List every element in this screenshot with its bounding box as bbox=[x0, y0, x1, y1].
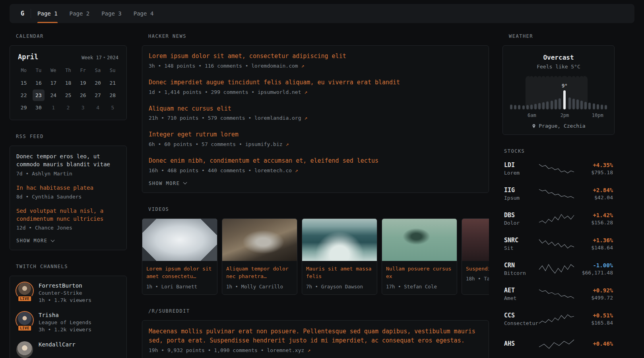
rss-show-more-label: SHOW MORE bbox=[16, 238, 48, 243]
channel-name[interactable]: Trisha bbox=[39, 312, 91, 318]
calendar-day[interactable]: 16 bbox=[33, 77, 45, 89]
external-link-icon: ↗ bbox=[295, 167, 298, 173]
tab-page-1[interactable]: Page 1 bbox=[37, 4, 58, 23]
rss-item-title[interactable]: In hac habitasse platea bbox=[16, 184, 120, 192]
hn-item-stats: 16h • 468 points • 440 comments • bbox=[149, 167, 254, 173]
subreddit-post-meta: 19h • 9,932 points • 1,090 comments • lo… bbox=[149, 347, 482, 353]
calendar-day[interactable]: 20 bbox=[92, 77, 104, 89]
stock-company: Lorem bbox=[504, 170, 534, 176]
calendar-day[interactable]: 28 bbox=[107, 90, 118, 101]
hn-show-more-button[interactable]: SHOW MORE bbox=[149, 181, 186, 186]
calendar-dow: Su bbox=[107, 65, 118, 76]
tab-page-2[interactable]: Page 2 bbox=[70, 4, 90, 23]
calendar-day[interactable]: 29 bbox=[18, 102, 30, 113]
video-card[interactable]: Suspendisse diam 18h • Tara bbox=[462, 218, 489, 295]
calendar-day[interactable]: 27 bbox=[92, 90, 104, 101]
calendar-day-next-month[interactable]: 5 bbox=[107, 102, 118, 113]
video-title[interactable]: Mauris sit amet massa felis bbox=[306, 265, 373, 280]
stock-row[interactable]: LDI Lorem +4.35% $795.18 bbox=[502, 160, 615, 177]
calendar-day-selected[interactable]: 23 bbox=[33, 90, 45, 101]
subreddit-post-title[interactable]: Maecenas mollis pulvinar erat non posuer… bbox=[149, 327, 482, 346]
external-link-icon: ↗ bbox=[304, 89, 307, 95]
calendar-month: April bbox=[18, 53, 38, 61]
stock-row[interactable]: DBS Dolor +1.42% $156.28 bbox=[502, 210, 615, 227]
twitch-widget: TWITCH CHANNELS LIVE ForrestBurton Count… bbox=[10, 264, 127, 358]
video-thumbnail bbox=[142, 219, 217, 261]
stock-ticker: SNRC bbox=[504, 237, 534, 244]
hn-show-more-label: SHOW MORE bbox=[149, 181, 180, 186]
twitch-channel-row[interactable]: KendallCarr bbox=[16, 341, 120, 358]
twitch-channel-row[interactable]: LIVE ForrestBurton Counter-Strike 1h • 1… bbox=[16, 282, 120, 303]
calendar-day-next-month[interactable]: 3 bbox=[77, 102, 89, 113]
app-logo[interactable]: G bbox=[17, 4, 28, 23]
rss-show-more-button[interactable]: SHOW MORE bbox=[16, 238, 54, 243]
rss-item-title[interactable]: Sed volutpat nulla nisl, a condimentum n… bbox=[16, 207, 120, 223]
subreddit-post-stats: 19h • 9,932 points • 1,090 comments • bbox=[149, 347, 267, 353]
calendar-day-next-month[interactable]: 4 bbox=[92, 102, 104, 113]
calendar-day[interactable]: 24 bbox=[47, 90, 59, 101]
weather-column bbox=[513, 76, 517, 109]
weather-bar bbox=[576, 99, 579, 109]
hn-item-title[interactable]: Donec enim nibh, condimentum et accumsan… bbox=[149, 157, 482, 165]
video-title[interactable]: Aliquam tempor dolor nec pharetra… bbox=[226, 265, 293, 280]
video-card[interactable]: Lorem ipsum dolor sit amet consectetu… 1… bbox=[142, 218, 217, 295]
rss-item-title[interactable]: Donec tempor eros leo, ut commodo mauris… bbox=[16, 152, 120, 169]
tab-page-4[interactable]: Page 4 bbox=[134, 4, 154, 23]
hn-item-title[interactable]: Lorem ipsum dolor sit amet, consectetur … bbox=[149, 52, 482, 61]
hn-item-domain[interactable]: loremdomain.com bbox=[251, 63, 298, 69]
hn-item-title[interactable]: Integer eget rutrum lorem bbox=[149, 130, 482, 139]
calendar-day-next-month[interactable]: 2 bbox=[62, 102, 74, 113]
hn-item-title[interactable]: Donec imperdiet augue tincidunt felis al… bbox=[149, 78, 482, 87]
video-meta: 7h • Grayson Dawson bbox=[306, 284, 373, 290]
stock-change: +1.36% bbox=[579, 237, 613, 243]
weather-columns: 9° bbox=[509, 76, 608, 109]
video-title[interactable]: Suspendisse diam bbox=[466, 265, 489, 273]
tab-page-3[interactable]: Page 3 bbox=[101, 4, 122, 23]
weather-widget-title: WEATHER bbox=[502, 33, 615, 39]
hn-item-domain[interactable]: loremlandia.org bbox=[254, 115, 301, 121]
channel-name[interactable]: KendallCarr bbox=[39, 341, 76, 348]
rss-item-meta: 12d • Chance Jones bbox=[16, 225, 120, 231]
video-thumbnail bbox=[382, 219, 457, 261]
calendar-day[interactable]: 25 bbox=[62, 90, 74, 101]
calendar-day[interactable]: 19 bbox=[77, 77, 89, 89]
subreddit-post-domain[interactable]: loremnet.xyz bbox=[267, 347, 304, 353]
calendar-day[interactable]: 30 bbox=[33, 102, 45, 113]
video-card[interactable]: Mauris sit amet massa felis 7h • Grayson… bbox=[302, 218, 377, 295]
hn-item-title[interactable]: Aliquam nec cursus elit bbox=[149, 105, 482, 113]
stock-row[interactable]: IIG Ipsum +2.84% $42.04 bbox=[502, 185, 615, 202]
calendar-year: 2024 bbox=[107, 55, 118, 60]
video-title[interactable]: Nullam posuere cursus ex bbox=[386, 265, 453, 280]
stock-row[interactable]: AET Amet +0.92% $499.72 bbox=[502, 286, 615, 302]
video-card[interactable]: Aliquam tempor dolor nec pharetra… 1h • … bbox=[222, 218, 297, 295]
calendar-day[interactable]: 26 bbox=[77, 90, 89, 101]
hn-item-domain[interactable]: loremtech.co bbox=[254, 167, 292, 173]
stock-row[interactable]: CRN Bitcorn -1.00% $66,171.48 bbox=[502, 261, 615, 277]
calendar-day[interactable]: 17 bbox=[47, 77, 59, 89]
chevron-down-icon bbox=[183, 181, 187, 185]
calendar-day[interactable]: 21 bbox=[107, 77, 118, 89]
stock-row[interactable]: AHS +0.46% bbox=[502, 336, 615, 352]
hn-item-meta: 6h • 60 points • 57 comments • ipsumify.… bbox=[149, 141, 482, 147]
calendar-day-next-month[interactable]: 1 bbox=[47, 102, 59, 113]
channel-name[interactable]: ForrestBurton bbox=[39, 282, 91, 289]
stock-sparkline bbox=[538, 213, 575, 225]
calendar-day[interactable]: 15 bbox=[18, 77, 30, 89]
subreddit-widget-title: /R/SUBREDDIT bbox=[142, 308, 489, 314]
hn-item-domain[interactable]: ipsumworld.net bbox=[258, 89, 301, 95]
rss-item: Sed volutpat nulla nisl, a condimentum n… bbox=[16, 207, 120, 231]
avatar bbox=[16, 341, 33, 358]
weather-column bbox=[554, 76, 558, 109]
stock-id: CRN Bitcorn bbox=[504, 262, 534, 276]
calendar-day[interactable]: 22 bbox=[18, 90, 30, 101]
stock-row[interactable]: SNRC Sit +1.36% $148.64 bbox=[502, 235, 615, 252]
twitch-channel-row[interactable]: LIVE Trisha League of Legends 3h • 1.2k … bbox=[16, 312, 120, 333]
hn-item-domain[interactable]: ipsumify.biz bbox=[245, 141, 283, 147]
video-title[interactable]: Lorem ipsum dolor sit amet consectetu… bbox=[146, 265, 213, 280]
weather-column bbox=[517, 76, 521, 109]
calendar-day[interactable]: 18 bbox=[62, 77, 74, 89]
weather-column bbox=[526, 76, 530, 109]
weather-bar bbox=[605, 105, 607, 109]
stock-row[interactable]: CCS Consectetur +0.51% $165.84 bbox=[502, 311, 615, 327]
video-card[interactable]: Nullam posuere cursus ex 17h • Stefan Co… bbox=[382, 218, 457, 295]
